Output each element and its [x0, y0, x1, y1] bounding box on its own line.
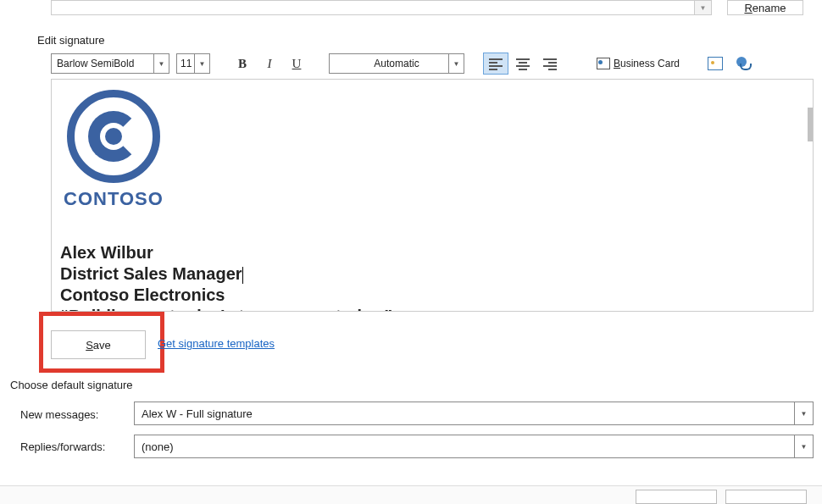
signature-editor[interactable]: CONTOSO Alex Wilbur District Sales Manag…: [51, 79, 814, 312]
font-family-value: Barlow SemiBold: [57, 58, 134, 69]
chevron-down-icon[interactable]: ▼: [794, 402, 813, 424]
chevron-down-icon[interactable]: ▼: [194, 54, 209, 73]
insert-hyperlink-button[interactable]: [732, 53, 753, 74]
scrollbar-thumb[interactable]: [808, 108, 814, 141]
globe-link-icon: [735, 57, 750, 70]
bold-button[interactable]: B: [232, 53, 253, 74]
signature-line-2: District Sales Manager: [60, 264, 242, 283]
signature-line-3: Contoso Electronics: [60, 285, 392, 306]
align-left-button[interactable]: [483, 53, 508, 75]
font-size-value: 11: [181, 58, 192, 69]
underline-button[interactable]: U: [286, 53, 307, 74]
logo: CONTOSO: [64, 90, 164, 210]
dialog-button-2[interactable]: [725, 490, 807, 504]
replies-forwards-select[interactable]: (none) ▼: [134, 435, 814, 458]
font-size-select[interactable]: 11 ▼: [176, 53, 210, 74]
save-button[interactable]: Save Save: [51, 330, 146, 359]
get-templates-link[interactable]: Get signature templates: [158, 337, 275, 350]
chevron-down-icon[interactable]: ▼: [448, 54, 464, 73]
edit-signature-label: Edit signature: [37, 34, 105, 47]
signature-tagline: “Building yesterday’s tomorrow – today.”: [60, 306, 392, 312]
chevron-down-icon[interactable]: ▼: [153, 54, 169, 73]
business-card-button[interactable]: Business Card Business Card: [593, 53, 683, 74]
alignment-group: [483, 53, 563, 75]
dialog-button-1[interactable]: [636, 490, 717, 504]
new-messages-value: Alex W - Full signature: [142, 407, 253, 420]
formatting-toolbar: Barlow SemiBold ▼ 11 ▼ B I U Automatic ▼…: [51, 53, 753, 75]
logo-text: CONTOSO: [64, 188, 164, 210]
card-icon: [597, 58, 610, 69]
replies-forwards-label: Replies/forwards:: [20, 440, 105, 453]
signature-name-field[interactable]: ▼: [51, 0, 712, 15]
new-messages-label: New messages:: [20, 408, 98, 421]
rename-button[interactable]: RRenameename: [727, 0, 803, 15]
insert-image-button[interactable]: [705, 53, 725, 74]
font-color-value: Automatic: [374, 58, 419, 69]
font-family-select[interactable]: Barlow SemiBold ▼: [51, 53, 169, 74]
italic-button[interactable]: I: [259, 53, 280, 74]
chevron-down-icon[interactable]: ▼: [694, 1, 711, 14]
font-color-select[interactable]: Automatic ▼: [329, 53, 464, 74]
align-center-button[interactable]: [510, 53, 536, 75]
signature-line-1: Alex Wilbur: [60, 242, 392, 263]
align-right-button[interactable]: [537, 53, 563, 75]
replies-forwards-value: (none): [142, 440, 174, 453]
text-caret: [242, 267, 243, 284]
image-icon: [708, 57, 723, 70]
signature-text: Alex Wilbur District Sales Manager Conto…: [60, 242, 392, 312]
chevron-down-icon[interactable]: ▼: [794, 435, 813, 457]
choose-default-label: Choose default signature: [10, 379, 133, 391]
new-messages-select[interactable]: Alex W - Full signature ▼: [134, 402, 814, 425]
